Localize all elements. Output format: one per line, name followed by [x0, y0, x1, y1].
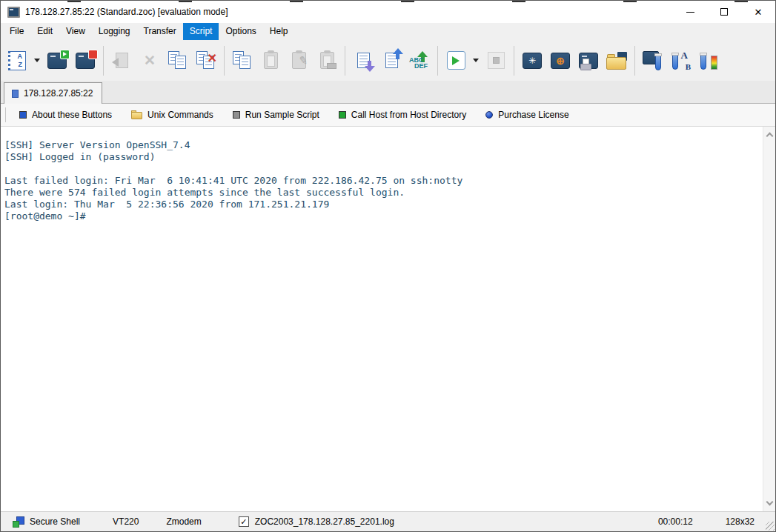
log-folder-icon — [606, 52, 627, 70]
app-icon — [7, 7, 20, 18]
toolbar-separator — [345, 46, 345, 76]
emulation-status[interactable]: VT220 — [113, 516, 139, 527]
maximize-button[interactable] — [707, 1, 741, 23]
toolbar-separator — [634, 46, 635, 76]
session-options-icon — [643, 51, 663, 70]
purchase-license-label: Purchase License — [498, 110, 568, 120]
vertical-scrollbar[interactable] — [763, 127, 775, 511]
menu-item-logging[interactable]: Logging — [92, 23, 137, 40]
check-icon: ✓ — [240, 518, 247, 526]
close-button[interactable]: ✕ — [741, 1, 775, 23]
send-text-icon: ABC DEF — [409, 51, 430, 70]
scrollback-button — [107, 46, 136, 76]
host-directory-button[interactable]: A Z — [3, 46, 31, 76]
terminal-line: Last failed login: Fri Mar 6 10:41:41 UT… — [4, 175, 763, 187]
menu-item-file[interactable]: File — [3, 23, 30, 40]
terminal-output[interactable]: [SSH] Server Version OpenSSH_7.4 [SSH] L… — [1, 127, 763, 511]
chevron-down-icon — [473, 59, 479, 62]
window-title: 178.128.27.85:22 (Standard.zoc) [evaluat… — [25, 7, 673, 17]
terminal-area[interactable]: [SSH] Server Version OpenSSH_7.4 [SSH] L… — [1, 127, 775, 511]
resize-grip[interactable] — [766, 522, 775, 531]
connect-icon — [47, 53, 67, 69]
notes-icon — [168, 51, 188, 70]
scroll-down-icon[interactable] — [766, 499, 774, 506]
app-window: 178.128.27.85:22 (Standard.zoc) [evaluat… — [0, 0, 776, 532]
host-directory-dropdown[interactable] — [31, 46, 43, 76]
terminal-prompt: [root@demo ~]# — [4, 210, 763, 222]
color-settings-button[interactable] — [695, 46, 723, 76]
run-sample-script-label: Run Sample Script — [245, 110, 319, 120]
menu-item-transfer[interactable]: Transfer — [137, 23, 183, 40]
terminal-line: There were 574 failed login attempts sin… — [4, 187, 763, 199]
notes-button[interactable] — [164, 46, 192, 76]
menu-bar: File Edit View Logging Transfer Script O… — [1, 23, 775, 40]
blue-sphere-icon — [485, 111, 493, 119]
about-these-buttons-label: About these Buttons — [32, 110, 112, 120]
disconnect-button[interactable] — [71, 46, 99, 76]
edit-icon: ✎ — [292, 52, 306, 69]
stop-script-icon — [488, 52, 505, 69]
send-file-button[interactable] — [377, 46, 405, 76]
copy-button[interactable] — [228, 46, 256, 76]
run-sample-script-button[interactable]: Run Sample Script — [233, 110, 319, 120]
maximize-icon — [720, 8, 728, 16]
log-file-name[interactable]: ZOC2003_178.128.27.85_2201.log — [255, 516, 394, 527]
run-script-dropdown[interactable] — [470, 46, 482, 76]
address-book-icon: A Z — [8, 51, 26, 70]
paste-button — [256, 46, 285, 76]
session-icon — [12, 90, 19, 98]
copy-icon — [233, 51, 252, 70]
run-script-icon — [447, 51, 465, 70]
menu-item-help[interactable]: Help — [263, 23, 295, 40]
button-bar: About these Buttons Unix Commands Run Sa… — [1, 104, 775, 127]
log-checkbox[interactable]: ✓ — [239, 516, 249, 527]
call-host-button[interactable]: Call Host from Host Directory — [339, 110, 466, 120]
font-settings-button[interactable]: A B — [667, 46, 695, 76]
purchase-license-button[interactable]: Purchase License — [485, 110, 568, 120]
log-folder-button[interactable] — [603, 46, 631, 76]
clear-screen-icon: ✳ — [523, 53, 542, 69]
menu-item-options[interactable]: Options — [219, 23, 262, 40]
transfer-protocol-status[interactable]: Zmodem — [166, 516, 201, 527]
about-these-buttons-button[interactable]: About these Buttons — [19, 110, 112, 120]
scrollback-icon — [116, 53, 128, 68]
receive-file-button[interactable] — [349, 46, 377, 76]
stop-script-button — [482, 46, 510, 76]
button-bar-grip[interactable] — [5, 107, 6, 122]
toolbar-separator — [437, 46, 438, 76]
chevron-down-icon — [34, 59, 40, 62]
paste-icon — [264, 52, 278, 69]
connect-button[interactable] — [43, 46, 71, 76]
session-tab-label: 178.128.27.85:22 — [24, 88, 93, 99]
session-time: 00:00:12 — [658, 516, 693, 527]
green-square-icon — [339, 111, 346, 119]
print-screen-button[interactable] — [574, 46, 603, 76]
protocol-status[interactable]: Secure Shell — [30, 516, 80, 527]
terminal-line — [4, 163, 763, 175]
capture-icon: ⊕ — [551, 53, 570, 69]
run-script-button[interactable] — [442, 46, 470, 76]
clear-screen-button[interactable]: ✳ — [518, 46, 546, 76]
session-options-button[interactable] — [639, 46, 667, 76]
capture-button[interactable]: ⊕ — [546, 46, 574, 76]
menu-item-script[interactable]: Script — [183, 23, 219, 40]
print-screen-icon — [579, 53, 598, 69]
print-clipboard-button — [313, 46, 341, 76]
toolbar: A Z ✕ — [1, 40, 775, 81]
blue-square-icon — [19, 111, 27, 119]
minimize-button[interactable] — [673, 1, 707, 23]
send-file-icon — [385, 53, 398, 68]
menu-item-view[interactable]: View — [59, 23, 92, 40]
toolbar-separator — [103, 46, 104, 76]
terminal-line: Last login: Thu Mar 5 22:36:56 2020 from… — [4, 199, 763, 210]
toolbar-separator — [514, 46, 514, 76]
menu-item-edit[interactable]: Edit — [30, 23, 59, 40]
send-text-button[interactable]: ABC DEF — [405, 46, 434, 76]
unix-commands-button[interactable]: Unix Commands — [131, 110, 213, 120]
delete-notes-button[interactable]: ✕ — [192, 46, 220, 76]
session-tab[interactable]: 178.128.27.85:22 — [4, 82, 102, 104]
gray-square-icon — [233, 111, 240, 119]
title-bar: 178.128.27.85:22 (Standard.zoc) [evaluat… — [1, 1, 775, 23]
scroll-up-icon[interactable] — [766, 133, 774, 140]
terminal-line: [SSH] Server Version OpenSSH_7.4 — [4, 139, 763, 151]
